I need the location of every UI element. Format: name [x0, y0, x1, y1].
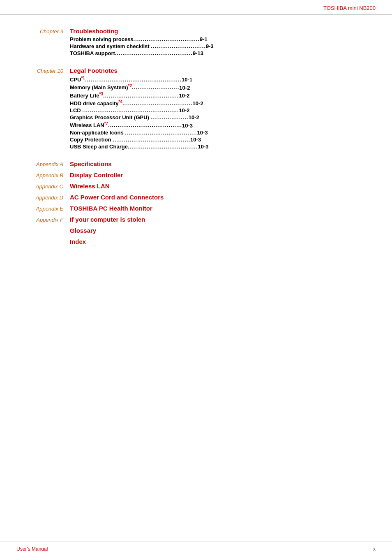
page-header: TOSHIBA mini NB200: [0, 0, 392, 15]
appendix-c-section: Appendix C Wireless LAN: [16, 183, 376, 190]
appendix-f-title: If your computer is stolen: [70, 216, 145, 223]
appendix-b-title: Display Controller: [70, 171, 123, 178]
footer-left-text: User's Manual: [16, 546, 48, 552]
chapter-10-content: Legal Footnotes CPU*1...................…: [70, 67, 376, 151]
appendix-a-title: Specifications: [70, 160, 112, 167]
appendix-d-title: AC Power Cord and Connectors: [70, 194, 164, 201]
chapter-9-content: Troubleshooting Problem solving process.…: [70, 28, 376, 57]
main-content: Chapter 9 Troubleshooting Problem solvin…: [0, 15, 392, 266]
toc-entry: Hardware and system checklist ..........…: [70, 43, 376, 49]
toc-entry: LCD ....................................…: [70, 107, 376, 114]
appendix-d-section: Appendix D AC Power Cord and Connectors: [16, 194, 376, 201]
chapter-10-section: Chapter 10 Legal Footnotes CPU*1........…: [16, 67, 376, 151]
appendix-c-label: Appendix C: [16, 183, 70, 190]
appendix-f-label: Appendix F: [16, 217, 70, 223]
toc-entry: Problem solving process.................…: [70, 36, 376, 42]
appendix-e-title: TOSHIBA PC Health Monitor: [70, 205, 152, 212]
appendix-a-section: Appendix A Specifications: [16, 160, 376, 167]
appendix-a-label: Appendix A: [16, 161, 70, 167]
appendix-f-section: Appendix F If your computer is stolen: [16, 216, 376, 223]
page-footer: User's Manual x: [0, 542, 392, 556]
appendix-b-label: Appendix B: [16, 172, 70, 178]
glossary-title: Glossary: [70, 227, 96, 234]
toc-entry: Battery Life*3..........................…: [70, 92, 376, 99]
toc-entry: Copy Protection ........................…: [70, 137, 376, 143]
appendix-c-title: Wireless LAN: [70, 183, 110, 190]
index-title: Index: [70, 238, 86, 245]
chapter-9-label: Chapter 9: [16, 28, 70, 57]
toc-entry: HDD drive capacity*4....................…: [70, 100, 376, 107]
appendix-e-label: Appendix E: [16, 206, 70, 212]
chapter-10-label: Chapter 10: [16, 67, 70, 151]
appendix-d-label: Appendix D: [16, 195, 70, 201]
toc-entry: USB Sleep and Charge....................…: [70, 144, 376, 150]
toc-entry: CPU*1...................................…: [70, 76, 376, 83]
chapter-9-section: Chapter 9 Troubleshooting Problem solvin…: [16, 28, 376, 57]
toc-entry: Non-applicable Icons ...................…: [70, 130, 376, 136]
glossary-section: Glossary: [16, 227, 376, 234]
chapter-9-title: Troubleshooting: [70, 28, 376, 35]
toc-entry: TOSHIBA support.........................…: [70, 50, 376, 56]
toc-entry: Wireless LAN*7..........................…: [70, 121, 376, 128]
appendix-b-section: Appendix B Display Controller: [16, 171, 376, 178]
chapter-10-title: Legal Footnotes: [70, 67, 376, 74]
appendix-e-section: Appendix E TOSHIBA PC Health Monitor: [16, 205, 376, 212]
index-section: Index: [16, 238, 376, 245]
toc-entry: Graphics Processor Unit (GPU) ..........…: [70, 114, 376, 120]
footer-page-number: x: [373, 546, 376, 552]
header-title: TOSHIBA mini NB200: [323, 5, 376, 11]
toc-entry: Memory (Main System)*2..................…: [70, 83, 376, 90]
